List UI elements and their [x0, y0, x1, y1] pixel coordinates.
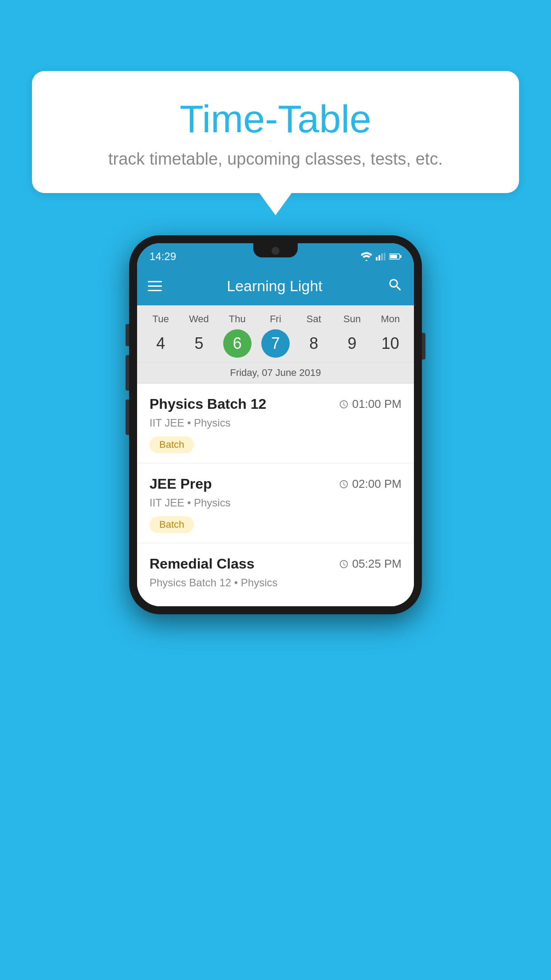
clock-icon [339, 559, 349, 569]
signal-icon [376, 252, 386, 261]
bubble-subtitle: track timetable, upcoming classes, tests… [67, 150, 484, 169]
svg-rect-6 [390, 255, 397, 258]
phone-wrapper: 14:29 [129, 235, 422, 614]
class-name: Physics Batch 12 [150, 396, 266, 412]
svg-rect-2 [381, 253, 383, 261]
status-time: 14:29 [150, 250, 176, 263]
status-icons [361, 252, 401, 261]
class-item[interactable]: Remedial Class 05:25 PMPhysics Batch 12 … [137, 543, 414, 606]
phone-side-button-right [422, 333, 425, 360]
phone-screen: 14:29 [137, 243, 414, 606]
calendar-day-wed[interactable]: Wed5 [180, 313, 218, 358]
calendar-day-sat[interactable]: Sat8 [295, 313, 333, 358]
day-number: 10 [376, 329, 405, 358]
hamburger-line-1 [148, 281, 162, 282]
day-number: 5 [185, 329, 213, 358]
speech-bubble-container: Time-Table track timetable, upcoming cla… [32, 71, 519, 193]
batch-badge: Batch [150, 436, 194, 453]
app-bar: Learning Light [137, 266, 414, 305]
class-list: Physics Batch 12 01:00 PMIIT JEE • Physi… [137, 383, 414, 606]
calendar-day-mon[interactable]: Mon10 [371, 313, 409, 358]
class-time: 05:25 PM [339, 557, 401, 571]
app-title: Learning Light [175, 277, 374, 295]
phone-camera [272, 247, 279, 255]
phone-side-button-left-1 [126, 324, 129, 346]
day-name: Tue [153, 313, 169, 325]
day-name: Thu [229, 313, 246, 325]
day-name: Wed [189, 313, 209, 325]
day-name: Fri [270, 313, 281, 325]
calendar-date-label: Friday, 07 June 2019 [137, 363, 414, 383]
day-number: 6 [223, 329, 252, 358]
svg-rect-1 [378, 255, 380, 261]
bubble-title: Time-Table [67, 98, 484, 141]
class-name: Remedial Class [150, 556, 255, 572]
day-number: 8 [299, 329, 328, 358]
search-icon [387, 277, 403, 293]
batch-badge: Batch [150, 516, 194, 533]
wifi-icon [361, 252, 372, 261]
day-number: 4 [146, 329, 175, 358]
day-name: Mon [381, 313, 400, 325]
speech-bubble: Time-Table track timetable, upcoming cla… [32, 71, 519, 193]
calendar-day-fri[interactable]: Fri7 [256, 313, 295, 358]
calendar-day-sun[interactable]: Sun9 [333, 313, 371, 358]
class-time: 02:00 PM [339, 477, 401, 491]
calendar-day-tue[interactable]: Tue4 [142, 313, 180, 358]
svg-rect-5 [400, 255, 401, 258]
class-item-header: Remedial Class 05:25 PM [150, 556, 401, 572]
day-name: Sun [343, 313, 361, 325]
clock-icon [339, 399, 349, 409]
class-name: JEE Prep [150, 476, 212, 492]
class-item-header: Physics Batch 12 01:00 PM [150, 396, 401, 412]
svg-rect-3 [384, 253, 386, 261]
calendar-header: Tue4Wed5Thu6Fri7Sat8Sun9Mon10 [137, 305, 414, 363]
class-item[interactable]: Physics Batch 12 01:00 PMIIT JEE • Physi… [137, 383, 414, 463]
hamburger-menu-button[interactable] [148, 281, 162, 291]
hamburger-line-3 [148, 290, 162, 291]
class-item[interactable]: JEE Prep 02:00 PMIIT JEE • PhysicsBatch [137, 463, 414, 543]
day-number: 9 [338, 329, 366, 358]
day-name: Sat [307, 313, 321, 325]
phone-notch [253, 243, 298, 257]
svg-rect-0 [376, 257, 378, 261]
class-detail: IIT JEE • Physics [150, 497, 401, 509]
battery-icon [389, 253, 401, 260]
clock-icon [339, 479, 349, 489]
hamburger-line-2 [148, 285, 162, 287]
phone-frame: 14:29 [129, 235, 422, 614]
calendar-day-thu[interactable]: Thu6 [218, 313, 256, 358]
class-time: 01:00 PM [339, 397, 401, 411]
phone-side-button-left-2 [126, 355, 129, 391]
phone-side-button-left-3 [126, 399, 129, 435]
class-detail: Physics Batch 12 • Physics [150, 577, 401, 589]
class-item-header: JEE Prep 02:00 PM [150, 476, 401, 492]
search-button[interactable] [387, 277, 403, 295]
class-detail: IIT JEE • Physics [150, 417, 401, 429]
day-number: 7 [261, 329, 290, 358]
